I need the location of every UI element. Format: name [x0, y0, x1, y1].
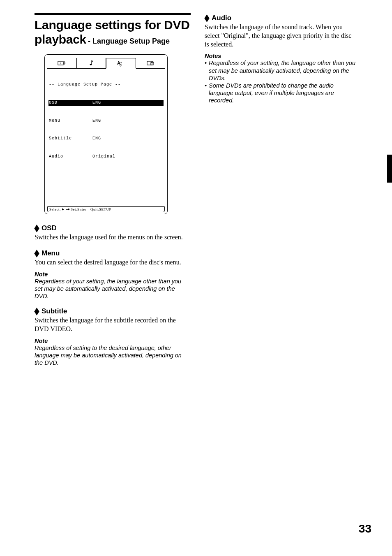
note-item: Some DVDs are prohibited to change the a… — [205, 82, 357, 104]
osd-footer-select: Select: — [49, 207, 61, 211]
diamond-icon — [34, 225, 39, 232]
side-tab-marker — [387, 155, 392, 183]
svg-rect-6 — [147, 61, 152, 65]
osd-page-title: -- Language Setup Page -- — [49, 81, 163, 88]
osd-tab-row: √ AäÇ — [47, 58, 165, 69]
arrows-lr-icon — [62, 208, 69, 211]
setup-screenshot: √ AäÇ -- Language Setup Page -- OSDENG — [44, 54, 168, 215]
note-body-subtitle: Regardless of setting to the desired lan… — [35, 344, 191, 366]
note-item: Regardless of your setting, the language… — [205, 59, 357, 81]
section-heading-osd: OSD — [42, 224, 57, 232]
section-body-menu: You can select the desired language for … — [35, 258, 191, 267]
notes-list-audio: Regardless of your setting, the language… — [205, 59, 357, 104]
svg-point-2 — [90, 64, 92, 65]
language-icon: AäÇ — [106, 58, 136, 69]
note-body-menu: Regardless of your setting, the language… — [35, 278, 191, 300]
diamond-icon — [34, 250, 39, 257]
section-heading-menu: Menu — [42, 249, 60, 257]
title-sub: - Language Setup Page — [88, 37, 170, 45]
svg-text:√: √ — [60, 62, 61, 65]
section-body-osd: Switches the language used for the menus… — [35, 233, 191, 242]
video-out-icon: √ — [47, 58, 77, 68]
section-body-subtitle: Switches the language for the subtitle r… — [35, 316, 191, 334]
page-number: 33 — [359, 522, 371, 535]
section-heading-audio: Audio — [212, 14, 231, 22]
osd-footer-set: Set:Enter — [71, 207, 86, 211]
osd-footer-quit: Quit:SETUP — [90, 207, 111, 211]
note-heading: Note — [35, 271, 191, 278]
svg-text:Ç: Ç — [120, 64, 122, 67]
notes-heading: Notes — [205, 53, 357, 59]
section-heading-subtitle: Subtitle — [42, 307, 67, 315]
osd-row-subtitle: SebtitleENG — [49, 136, 163, 142]
osd-row-menu: MenuENG — [49, 118, 163, 124]
diamond-icon — [34, 308, 39, 315]
osd-row-audio: AudioOriginal — [49, 154, 163, 160]
diamond-icon — [204, 14, 209, 22]
note-heading: Note — [35, 338, 191, 344]
osd-row-osd: OSDENG — [48, 100, 164, 106]
osd-footer: Select: Set:Enter Quit:SETUP — [47, 206, 165, 212]
page-title: Language settings for DVD playback - Lan… — [35, 18, 191, 47]
lock-icon — [136, 58, 165, 68]
section-body-audio: Switches the language of the sound track… — [205, 23, 357, 49]
music-note-icon — [77, 58, 106, 68]
